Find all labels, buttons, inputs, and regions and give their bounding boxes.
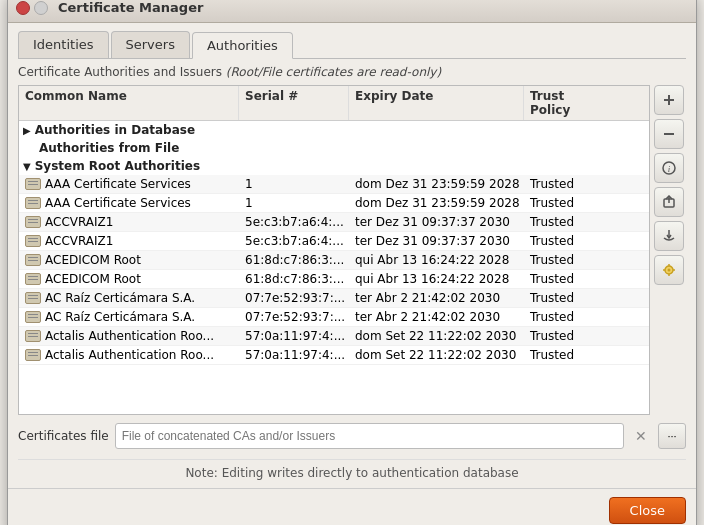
table-row[interactable]: AAA Certificate Services 1 dom Dez 31 23…: [19, 175, 649, 194]
bottom-bar: Close: [8, 488, 696, 525]
col-common-name: Common Name: [19, 86, 239, 120]
files-input[interactable]: [115, 423, 624, 449]
svg-point-9: [668, 269, 671, 272]
cert-icon: [25, 178, 41, 190]
cell-name: AC Raíz Certicámara S.A.: [19, 308, 239, 326]
table-header: Common Name Serial # Expiry Date Trust P…: [19, 86, 649, 121]
table-row[interactable]: ACCVRAIZ1 5e:c3:b7:a6:4:... ter Dez 31 0…: [19, 232, 649, 251]
import-button[interactable]: [654, 221, 684, 251]
cell-expiry: ter Dez 31 09:37:37 2030: [349, 232, 524, 250]
expand-arrow: ▶: [23, 125, 31, 136]
cell-trust: Trusted: [524, 251, 614, 269]
cell-name: ACCVRAIZ1: [19, 213, 239, 231]
certificate-manager-window: Certificate Manager Identities Servers A…: [7, 0, 697, 525]
group-system-root[interactable]: ▼ System Root Authorities: [19, 157, 649, 175]
cell-expiry: dom Set 22 11:22:02 2030: [349, 327, 524, 345]
cert-icon: [25, 197, 41, 209]
cert-icon: [25, 235, 41, 247]
certificates-table: Common Name Serial # Expiry Date Trust P…: [18, 85, 650, 415]
cell-expiry: qui Abr 13 16:24:22 2028: [349, 270, 524, 288]
table-row[interactable]: AC Raíz Certicámara S.A. 07:7e:52:93:7:.…: [19, 308, 649, 327]
cell-serial: 1: [239, 194, 349, 212]
cert-icon: [25, 311, 41, 323]
cell-name: Actalis Authentication Roo...: [19, 346, 239, 364]
expand-arrow-system: ▼: [23, 161, 31, 172]
cell-serial: 5e:c3:b7:a6:4:...: [239, 232, 349, 250]
tab-bar: Identities Servers Authorities: [18, 31, 686, 59]
minimize-button[interactable]: [34, 1, 48, 15]
cell-trust: Trusted: [524, 346, 614, 364]
cell-trust: Trusted: [524, 308, 614, 326]
cell-serial: 07:7e:52:93:7:...: [239, 308, 349, 326]
main-content: Identities Servers Authorities Certifica…: [8, 23, 696, 488]
table-row[interactable]: AAA Certificate Services 1 dom Dez 31 23…: [19, 194, 649, 213]
window-title: Certificate Manager: [58, 0, 203, 15]
table-body: ▶ Authorities in Database Authorities fr…: [19, 121, 649, 415]
table-row[interactable]: ACEDICOM Root 61:8d:c7:86:3:... qui Abr …: [19, 270, 649, 289]
cell-serial: 61:8d:c7:86:3:...: [239, 270, 349, 288]
cell-trust: Trusted: [524, 289, 614, 307]
col-trust: Trust Policy: [524, 86, 614, 120]
cell-expiry: ter Abr 2 21:42:02 2030: [349, 308, 524, 326]
window-controls: [16, 1, 48, 15]
table-row[interactable]: Actalis Authentication Roo... 57:0a:11:9…: [19, 346, 649, 365]
remove-button[interactable]: [654, 119, 684, 149]
edit-trust-button[interactable]: [654, 255, 684, 285]
files-label: Certificates file: [18, 429, 109, 443]
cert-icon: [25, 330, 41, 342]
cell-serial: 57:0a:11:97:4:...: [239, 346, 349, 364]
col-expiry: Expiry Date: [349, 86, 524, 120]
files-browse-button[interactable]: ···: [658, 423, 686, 449]
add-button[interactable]: [654, 85, 684, 115]
section-subtitle: Certificate Authorities and Issuers (Roo…: [18, 65, 686, 79]
cert-icon: [25, 254, 41, 266]
table-area: Common Name Serial # Expiry Date Trust P…: [18, 85, 686, 415]
cell-trust: Trusted: [524, 175, 614, 193]
table-row[interactable]: ACEDICOM Root 61:8d:c7:86:3:... qui Abr …: [19, 251, 649, 270]
table-row[interactable]: ACCVRAIZ1 5e:c3:b7:a6:4:... ter Dez 31 0…: [19, 213, 649, 232]
cell-trust: Trusted: [524, 327, 614, 345]
cell-name: ACEDICOM Root: [19, 251, 239, 269]
cell-expiry: ter Dez 31 09:37:37 2030: [349, 213, 524, 231]
action-buttons: i: [654, 85, 686, 415]
cell-serial: 07:7e:52:93:7:...: [239, 289, 349, 307]
cert-icon: [25, 216, 41, 228]
close-window-button[interactable]: [16, 1, 30, 15]
col-serial: Serial #: [239, 86, 349, 120]
cell-name: AAA Certificate Services: [19, 175, 239, 193]
cell-trust: Trusted: [524, 194, 614, 212]
cell-serial: 61:8d:c7:86:3:...: [239, 251, 349, 269]
cell-expiry: qui Abr 13 16:24:22 2028: [349, 251, 524, 269]
cell-expiry: dom Dez 31 23:59:59 2028: [349, 175, 524, 193]
group-authorities-in-database[interactable]: ▶ Authorities in Database: [19, 121, 649, 139]
cell-expiry: ter Abr 2 21:42:02 2030: [349, 289, 524, 307]
table-row[interactable]: AC Raíz Certicámara S.A. 07:7e:52:93:7:.…: [19, 289, 649, 308]
cell-name: ACEDICOM Root: [19, 270, 239, 288]
cell-name: AAA Certificate Services: [19, 194, 239, 212]
svg-text:i: i: [668, 164, 671, 174]
info-button[interactable]: i: [654, 153, 684, 183]
cell-name: AC Raíz Certicámara S.A.: [19, 289, 239, 307]
cell-trust: Trusted: [524, 213, 614, 231]
cert-icon: [25, 349, 41, 361]
cell-trust: Trusted: [524, 232, 614, 250]
group-authorities-from-file[interactable]: Authorities from File: [19, 139, 649, 157]
cell-name: Actalis Authentication Roo...: [19, 327, 239, 345]
tab-authorities[interactable]: Authorities: [192, 32, 293, 59]
table-row[interactable]: Actalis Authentication Roo... 57:0a:11:9…: [19, 327, 649, 346]
cell-serial: 57:0a:11:97:4:...: [239, 327, 349, 345]
note-bar: Note: Editing writes directly to authent…: [18, 459, 686, 480]
close-button[interactable]: Close: [609, 497, 686, 524]
titlebar: Certificate Manager: [8, 0, 696, 23]
cell-expiry: dom Set 22 11:22:02 2030: [349, 346, 524, 364]
cell-name: ACCVRAIZ1: [19, 232, 239, 250]
files-clear-button[interactable]: ✕: [630, 425, 652, 447]
cell-trust: Trusted: [524, 270, 614, 288]
cert-icon: [25, 292, 41, 304]
tab-servers[interactable]: Servers: [111, 31, 190, 58]
files-row: Certificates file ✕ ···: [18, 423, 686, 449]
export-button[interactable]: [654, 187, 684, 217]
cell-serial: 1: [239, 175, 349, 193]
cell-expiry: dom Dez 31 23:59:59 2028: [349, 194, 524, 212]
tab-identities[interactable]: Identities: [18, 31, 109, 58]
